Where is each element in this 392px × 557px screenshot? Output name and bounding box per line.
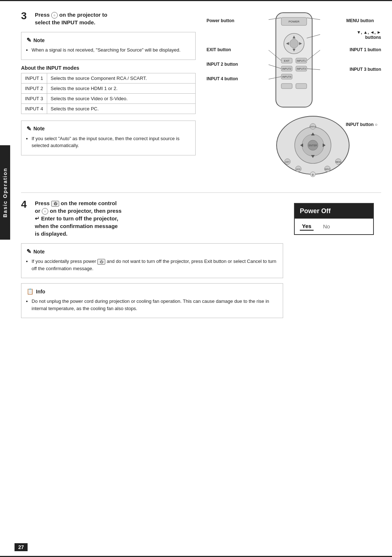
table-row: INPUT 2 Selects the source HDMI 1 or 2. bbox=[21, 83, 196, 93]
input1-label: INPUT 1 bbox=[21, 73, 47, 83]
input-modes-section: About the INPUT modes INPUT 1 Selects th… bbox=[21, 65, 196, 114]
step4-note-icon: ✎ bbox=[26, 248, 31, 255]
input-circle-icon: ○ bbox=[51, 12, 58, 19]
step4-when-text: when the confirmation message bbox=[35, 223, 118, 229]
step4-number: 4 bbox=[21, 199, 31, 210]
power-button-label: Power button bbox=[207, 18, 234, 23]
power-off-buttons: Yes No bbox=[295, 219, 373, 234]
section-divider bbox=[21, 192, 381, 193]
svg-text:INPUT: INPUT bbox=[324, 168, 330, 170]
svg-text:ECO: ECO bbox=[296, 168, 300, 170]
input4-button-label: INPUT 4 button bbox=[207, 76, 238, 81]
step3-section: 3 Press ○ on the projector to select the… bbox=[21, 11, 381, 185]
input1-button-label: INPUT 1 button bbox=[350, 47, 381, 52]
sidebar-label: Basic Operation bbox=[2, 167, 8, 217]
step4-displayed-text: is displayed. bbox=[35, 231, 68, 237]
svg-rect-20 bbox=[296, 84, 307, 89]
note2-label: Note bbox=[33, 126, 45, 131]
step4-note-body: If you accidentally press power ⏻ and do… bbox=[26, 258, 278, 272]
step4-left: 4 Press ⏻ on the remote control or ○ on … bbox=[21, 199, 283, 318]
main-content: 3 Press ○ on the projector to select the… bbox=[10, 0, 392, 557]
power-off-no-button[interactable]: No bbox=[321, 222, 332, 231]
svg-text:EXIT: EXIT bbox=[284, 60, 290, 62]
info-label: Info bbox=[36, 289, 45, 294]
step3-text: Press ○ on the projector to select the I… bbox=[35, 11, 107, 26]
input4-label: INPUT 4 bbox=[21, 103, 47, 114]
svg-text:INPUT2: INPUT2 bbox=[282, 68, 291, 70]
step4-heading: 4 Press ⏻ on the remote control or ○ on … bbox=[21, 199, 283, 237]
step3-on-projector: on the projector to bbox=[59, 12, 107, 18]
input-modes-heading: About the INPUT modes bbox=[21, 65, 196, 71]
step3-press: Press bbox=[35, 12, 50, 18]
power-off-title: Power Off bbox=[295, 204, 373, 219]
svg-text:⏻: ⏻ bbox=[312, 174, 314, 176]
step3-note1-title: ✎ Note bbox=[26, 37, 190, 44]
remote-diagram-top: Power button MENU button ▼, ▲, ◄, ► butt… bbox=[207, 11, 381, 185]
power-off-yes-button[interactable]: Yes bbox=[300, 222, 314, 231]
step4-on-remote: on the remote control bbox=[61, 200, 117, 206]
note1-body: When a signal is not received, "Searchin… bbox=[26, 46, 190, 54]
sidebar-tab: Basic Operation bbox=[0, 145, 10, 240]
note1-icon: ✎ bbox=[26, 37, 31, 44]
input2-label: INPUT 2 bbox=[21, 83, 47, 93]
step3-heading: 3 Press ○ on the projector to select the… bbox=[21, 11, 196, 26]
info-book-icon: 📋 bbox=[26, 288, 34, 295]
step3-right: Power button MENU button ▼, ▲, ◄, ► butt… bbox=[207, 11, 381, 185]
step4-text: Press ⏻ on the remote control or ○ on th… bbox=[35, 199, 122, 237]
table-row: INPUT 3 Selects the source Video or S-Vi… bbox=[21, 93, 196, 103]
step3-left: 3 Press ○ on the projector to select the… bbox=[21, 11, 196, 185]
step4-info-box: 📋 Info Do not unplug the power cord duri… bbox=[21, 283, 283, 318]
step3-number: 3 bbox=[21, 11, 31, 21]
input1-desc: Selects the source Component RCA / SCART… bbox=[47, 73, 195, 83]
svg-text:STATUS: STATUS bbox=[309, 126, 317, 128]
arrow-buttons-label: ▼, ▲, ◄, ► buttons bbox=[356, 30, 381, 40]
step4-press: Press bbox=[35, 200, 50, 206]
svg-text:INPUT3: INPUT3 bbox=[297, 68, 306, 70]
input3-button-label: INPUT 3 button bbox=[350, 67, 381, 72]
note1-label: Note bbox=[33, 37, 45, 43]
step4-note-bullet: If you accidentally press power ⏻ and do… bbox=[32, 258, 278, 272]
step3-note2-box: ✎ Note If you select "Auto" as the input… bbox=[21, 121, 196, 155]
page-number: 27 bbox=[15, 543, 28, 551]
svg-point-4 bbox=[290, 39, 298, 48]
input3-desc: Selects the source Video or S-Video. bbox=[47, 93, 195, 103]
exit-button-label: EXIT button bbox=[207, 47, 231, 52]
projector-circle-icon: ○ bbox=[42, 208, 48, 215]
step4-enter-text: Enter to turn off the projector, bbox=[41, 215, 118, 221]
step4-section: 4 Press ⏻ on the remote control or ○ on … bbox=[21, 199, 381, 318]
step3-select-input: select the INPUT mode. bbox=[35, 19, 95, 25]
step3-note2-title: ✎ Note bbox=[26, 125, 190, 132]
svg-text:INPUT4: INPUT4 bbox=[282, 76, 291, 78]
note1-bullet1: When a signal is not received, "Searchin… bbox=[32, 46, 190, 54]
input3-label: INPUT 3 bbox=[21, 93, 47, 103]
svg-text:POWER: POWER bbox=[288, 20, 299, 23]
note2-body: If you select "Auto" as the input source… bbox=[26, 135, 190, 149]
remote-control-svg-top: POWER EXIT INPUT1 bbox=[261, 11, 327, 120]
step4-info-body: Do not unplug the power cord during proj… bbox=[26, 298, 278, 312]
svg-text:INPUT1: INPUT1 bbox=[297, 60, 306, 62]
step3-note1-box: ✎ Note When a signal is not received, "S… bbox=[21, 32, 196, 60]
note2-icon: ✎ bbox=[26, 125, 31, 132]
step4-or: or bbox=[35, 208, 40, 214]
menu-button-label: MENU button bbox=[346, 18, 374, 23]
power-inline-icon: ⏻ bbox=[97, 259, 105, 265]
step4-right: Power Off Yes No bbox=[294, 199, 381, 318]
enter-arrow-icon: ↵ bbox=[35, 215, 40, 222]
input2-desc: Selects the source HDMI 1 or 2. bbox=[47, 83, 195, 93]
step4-on-projector: on the projector, then press bbox=[50, 208, 122, 214]
power-off-dialog: Power Off Yes No bbox=[294, 203, 374, 235]
svg-rect-19 bbox=[281, 84, 292, 89]
step4-note-box: ✎ Note If you accidentally press power ⏻… bbox=[21, 243, 283, 278]
step4-note-title: ✎ Note bbox=[26, 248, 278, 255]
step4-info-bullet: Do not unplug the power cord during proj… bbox=[32, 298, 278, 312]
table-row: INPUT 1 Selects the source Component RCA… bbox=[21, 73, 196, 83]
input-modes-table: INPUT 1 Selects the source Component RCA… bbox=[21, 73, 196, 114]
step4-info-title: 📋 Info bbox=[26, 288, 278, 295]
step4-note-label: Note bbox=[33, 249, 45, 255]
power-remote-icon: ⏻ bbox=[51, 201, 59, 207]
input2-button-label: INPUT 2 button bbox=[207, 62, 238, 67]
table-row: INPUT 4 Selects the source PC. bbox=[21, 103, 196, 114]
svg-text:MENU: MENU bbox=[335, 161, 341, 163]
svg-text:EXIT: EXIT bbox=[285, 161, 289, 163]
svg-text:ENTER: ENTER bbox=[309, 144, 317, 147]
